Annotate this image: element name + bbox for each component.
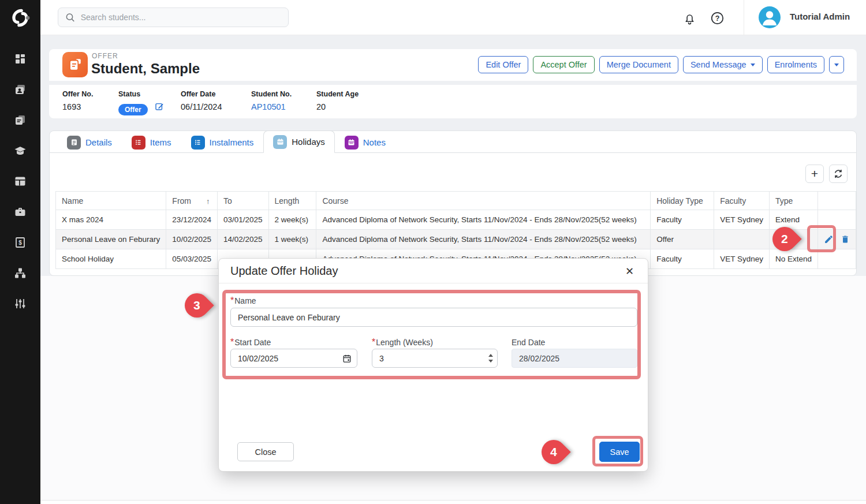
col-actions: [818, 192, 856, 210]
bell-icon: [683, 12, 696, 25]
topnav-divider: [744, 0, 744, 35]
tab-holidays[interactable]: Holidays: [263, 130, 335, 153]
merge-document-button[interactable]: Merge Document: [599, 56, 678, 73]
agents-icon: [14, 206, 27, 218]
details-tab-icon: [67, 136, 81, 150]
col-holiday-type[interactable]: Holiday Type: [651, 192, 714, 210]
accept-offer-button[interactable]: Accept Offer: [533, 56, 594, 73]
table-toolbar: +: [805, 165, 848, 183]
tab-instalments-label: Instalments: [210, 137, 254, 147]
more-actions-button[interactable]: [829, 56, 844, 73]
refresh-button[interactable]: [829, 165, 848, 183]
header-actions: Edit Offer Accept Offer Merge Document S…: [478, 56, 844, 73]
col-to[interactable]: To: [217, 192, 268, 210]
update-offer-holiday-modal: Update Offer Holiday ✕ *Name *Start Date…: [218, 258, 648, 472]
tab-items-label: Items: [150, 137, 171, 147]
search-input[interactable]: [81, 13, 281, 22]
edit-status-button[interactable]: [155, 102, 164, 111]
modal-close-button[interactable]: ✕: [622, 264, 637, 279]
calendar-icon[interactable]: [342, 354, 352, 363]
logo-icon: [9, 7, 31, 29]
page-title: Student, Sample: [91, 61, 200, 77]
user-name[interactable]: Tutorial Admin: [790, 12, 850, 21]
workflow-icon: [14, 267, 27, 279]
avatar-person-icon: [759, 6, 781, 28]
col-course[interactable]: Course: [316, 192, 651, 210]
sidebar-item-agents[interactable]: [10, 204, 31, 219]
tab-holidays-label: Holidays: [292, 137, 325, 147]
edit-status-icon: [155, 102, 164, 111]
invoices-icon: $: [14, 236, 27, 249]
help-button[interactable]: ?: [709, 10, 725, 26]
name-label: *Name: [230, 296, 256, 306]
sidebar-item-settings[interactable]: [10, 296, 31, 311]
student-age-field: Student Age 20: [316, 90, 359, 112]
edit-holiday-button[interactable]: [824, 234, 834, 244]
offer-detail-card: Details Items Instalments Holidays Notes: [49, 130, 857, 276]
timetable-icon: [14, 175, 27, 188]
col-faculty-label: Faculty: [720, 196, 746, 206]
stepper-down-icon[interactable]: [488, 360, 493, 363]
number-stepper[interactable]: [488, 354, 493, 363]
stepper-up-icon[interactable]: [488, 354, 493, 357]
top-navigation-bar: ? Tutorial Admin: [40, 0, 866, 35]
sidebar-item-students[interactable]: [10, 82, 31, 97]
add-holiday-button[interactable]: +: [805, 165, 824, 183]
end-date-readonly: 28/02/2025: [512, 349, 637, 368]
modal-header: Update Offer Holiday ✕: [219, 259, 648, 283]
student-no-label: Student No.: [251, 90, 292, 98]
sidebar-item-invoices[interactable]: $: [10, 235, 31, 250]
app-logo[interactable]: [0, 0, 40, 35]
merge-document-label: Merge Document: [607, 60, 671, 69]
offer-date-field: Offer Date 06/11/2024: [181, 90, 222, 112]
sidebar-item-offers[interactable]: [10, 113, 31, 128]
sidebar-item-workflow[interactable]: [10, 266, 31, 281]
sidebar-item-timetable[interactable]: [10, 174, 31, 189]
svg-text:$: $: [18, 240, 22, 246]
enrolments-button[interactable]: Enrolments: [767, 56, 824, 73]
col-type[interactable]: Type: [769, 192, 818, 210]
student-age-value: 20: [316, 102, 326, 111]
offer-no-value: 1693: [62, 102, 81, 111]
col-faculty[interactable]: Faculty: [714, 192, 770, 210]
table-row[interactable]: X mas 2024 23/12/2024 03/01/2025 2 week(…: [56, 210, 856, 230]
start-date-input[interactable]: [230, 349, 357, 368]
students-icon: [14, 83, 27, 96]
modal-save-button[interactable]: Save: [599, 442, 640, 462]
col-length[interactable]: Length: [268, 192, 316, 210]
edit-offer-button[interactable]: Edit Offer: [478, 56, 528, 73]
edit-offer-label: Edit Offer: [486, 60, 521, 69]
dashboard-icon: [14, 53, 27, 65]
student-no-link[interactable]: AP10501: [251, 102, 286, 111]
tab-notes[interactable]: Notes: [335, 131, 395, 153]
tab-notes-label: Notes: [363, 137, 386, 147]
chevron-down-icon: [751, 64, 755, 66]
chevron-down-icon: [834, 64, 839, 66]
col-from[interactable]: From↑: [166, 192, 218, 210]
length-weeks-input[interactable]: [372, 349, 498, 368]
tab-items[interactable]: Items: [122, 131, 181, 153]
offer-date-label: Offer Date: [181, 90, 222, 98]
col-name[interactable]: Name: [56, 192, 166, 210]
user-avatar[interactable]: [759, 6, 781, 28]
tab-details[interactable]: Details: [57, 131, 122, 153]
holidays-tab-icon: [273, 135, 287, 149]
sidebar-item-courses[interactable]: [10, 143, 31, 158]
notifications-button[interactable]: [681, 10, 697, 26]
sort-asc-icon: ↑: [206, 197, 210, 206]
start-date-label: *Start Date: [230, 337, 271, 348]
enrolments-label: Enrolments: [775, 60, 817, 69]
table-row-highlighted[interactable]: Personal Leave on Feburary 10/02/2025 14…: [56, 230, 856, 249]
tab-details-label: Details: [85, 137, 112, 147]
tab-instalments[interactable]: Instalments: [181, 131, 264, 153]
trash-icon: [841, 234, 850, 244]
name-input[interactable]: [230, 308, 637, 327]
send-message-button[interactable]: Send Message: [683, 56, 763, 73]
sidebar-item-dashboard[interactable]: [10, 51, 31, 66]
status-badge: Offer: [118, 104, 148, 115]
notes-tab-icon: [345, 136, 359, 150]
modal-close-footer-button[interactable]: Close: [237, 442, 294, 461]
footer-divider: [40, 500, 866, 501]
col-name-label: Name: [62, 196, 83, 206]
delete-holiday-button[interactable]: [841, 234, 850, 244]
